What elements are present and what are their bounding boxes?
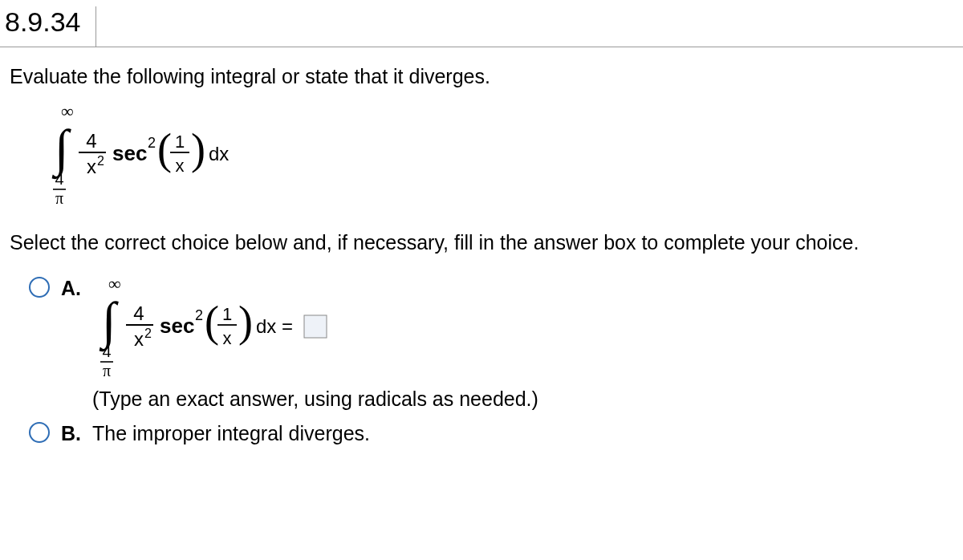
coeff-den-base: x — [87, 156, 96, 177]
choice-b-row: B. The improper integral diverges. — [29, 420, 953, 445]
upper-limit: ∞ — [61, 101, 74, 121]
coeff-den-exp-a: 2 — [144, 327, 152, 340]
lower-limit-num: 4 — [55, 170, 63, 188]
coeff-num-a: 4 — [133, 302, 144, 324]
radio-a[interactable] — [29, 277, 50, 298]
integral-svg: ∫ ∞ 4 π 4 x 2 sec 2 ( 1 x — [45, 103, 246, 207]
func-exp-a: 2 — [195, 307, 203, 323]
arg-num: 1 — [175, 132, 185, 152]
coeff-num: 4 — [86, 130, 96, 152]
lower-limit-den: π — [55, 189, 63, 207]
radio-b[interactable] — [29, 422, 50, 443]
upper-limit-a: ∞ — [108, 274, 121, 294]
header-bar: 8.9.34 — [0, 0, 963, 47]
arg-den-a: x — [223, 328, 232, 348]
choice-b-label: B. — [61, 422, 81, 445]
choice-a-integral-svg: ∫ ∞ 4 π 4 x 2 sec 2 ( 1 x ) dx = — [92, 275, 357, 379]
choice-a-row: A. ∫ ∞ 4 π 4 x 2 sec 2 ( 1 x — [29, 275, 953, 411]
question-number: 8.9.34 — [5, 6, 96, 47]
coeff-den-base-a: x — [134, 328, 144, 350]
lower-limit-den-a: π — [103, 362, 111, 379]
arg-num-a: 1 — [222, 304, 232, 324]
arg-den: x — [176, 156, 185, 176]
svg-text:(: ( — [205, 298, 219, 346]
func-a: sec — [160, 314, 194, 338]
diff-equals: dx = — [256, 315, 293, 337]
coeff-den-exp: 2 — [97, 154, 104, 168]
func: sec — [112, 141, 147, 165]
svg-text:): ) — [238, 298, 253, 346]
choice-a-hint: (Type an exact answer, using radicals as… — [92, 388, 538, 411]
question-body: Evaluate the following integral or state… — [0, 47, 963, 445]
page-root: 8.9.34 Evaluate the following integral o… — [0, 0, 963, 560]
func-exp: 2 — [148, 135, 156, 151]
diff: dx — [209, 143, 229, 164]
lower-limit-num-a: 4 — [102, 343, 111, 360]
rparen: ) — [191, 125, 205, 173]
integral-expression: ∫ ∞ 4 π 4 x 2 sec 2 ( 1 x — [45, 103, 953, 212]
answer-input-box[interactable] — [304, 315, 327, 338]
instruction-text: Select the correct choice below and, if … — [10, 231, 953, 254]
choice-a-content: ∫ ∞ 4 π 4 x 2 sec 2 ( 1 x ) dx = — [92, 275, 538, 411]
choice-a-label: A. — [61, 277, 81, 300]
prompt-text: Evaluate the following integral or state… — [10, 65, 953, 88]
lparen: ( — [157, 125, 172, 173]
choice-b-text: The improper integral diverges. — [92, 422, 370, 445]
